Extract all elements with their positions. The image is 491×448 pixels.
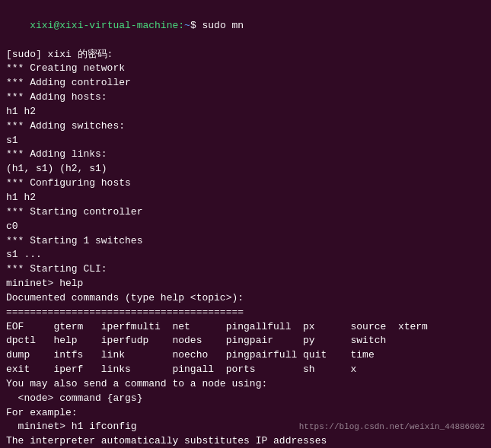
- output-line-21: dpctl help iperfudp nodes pingpair py sw…: [6, 334, 485, 348]
- output-line-30: The interpreter automatically substitute…: [6, 434, 485, 448]
- output-line-8: (h1, s1) (h2, s1): [6, 162, 485, 176]
- output-line-16: mininet> help: [6, 277, 485, 291]
- output-area: [sudo] xixi 的密码:*** Creating network*** …: [6, 48, 485, 448]
- prompt-user: xixi: [30, 20, 53, 31]
- output-line-2: *** Adding controller: [6, 76, 485, 91]
- prompt-host: xixi-virtual-machine: [59, 20, 178, 31]
- output-line-15: *** Starting CLI:: [6, 262, 485, 277]
- prompt-line: xixi@xixi-virtual-machine:~$ sudo mn: [6, 5, 485, 48]
- prompt-dollar: $: [190, 20, 196, 31]
- output-line-1: *** Creating network: [6, 62, 485, 76]
- prompt-dir: ~: [184, 20, 190, 31]
- terminal-window[interactable]: xixi@xixi-virtual-machine:~$ sudo mn [su…: [0, 0, 491, 448]
- output-line-4: h1 h2: [6, 105, 485, 119]
- output-line-6: s1: [6, 134, 485, 148]
- output-line-7: *** Adding links:: [6, 148, 485, 162]
- output-line-19: ========================================: [6, 306, 485, 320]
- output-line-0: [sudo] xixi 的密码:: [6, 48, 485, 62]
- output-line-11: *** Starting controller: [6, 205, 485, 220]
- output-line-22: dump intfs link noecho pingpairfull quit…: [6, 348, 485, 363]
- output-line-18: Documented commands (type help <topic>):: [6, 291, 485, 306]
- output-line-3: *** Adding hosts:: [6, 91, 485, 105]
- output-line-5: *** Adding switches:: [6, 119, 485, 134]
- output-line-23: exit iperf links pingall ports sh x: [6, 363, 485, 377]
- output-line-14: s1 ...: [6, 248, 485, 262]
- output-line-10: h1 h2: [6, 191, 485, 205]
- output-line-12: c0: [6, 220, 485, 234]
- prompt-command: sudo mn: [196, 20, 244, 31]
- output-line-26: <node> command {args}: [6, 392, 485, 406]
- output-line-27: For example:: [6, 406, 485, 421]
- output-line-9: *** Configuring hosts: [6, 176, 485, 191]
- watermark: https://blog.csdn.net/weixin_44886002: [299, 422, 485, 431]
- output-line-20: EOF gterm iperfmulti net pingallfull px …: [6, 320, 485, 335]
- output-line-25: You may also send a command to a node us…: [6, 377, 485, 392]
- output-line-13: *** Starting 1 switches: [6, 234, 485, 249]
- prompt-colon: :: [178, 20, 184, 31]
